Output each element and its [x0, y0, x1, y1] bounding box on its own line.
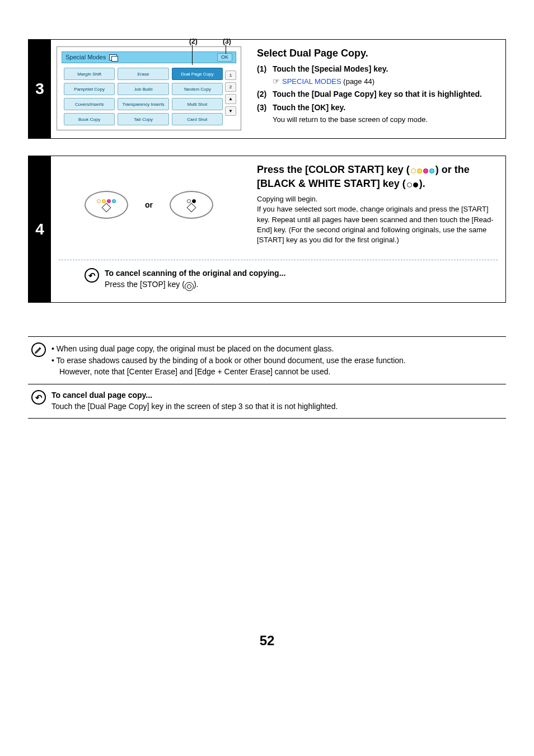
undo-icon: ↶: [31, 390, 46, 405]
info-note: When using dual page copy, the original …: [28, 337, 506, 384]
step-3-title: Select Dual Page Copy.: [257, 46, 495, 60]
scroll-up[interactable]: ▲: [225, 94, 236, 104]
step-3: 3 (2) (3) Special Modes OK Margin Shift …: [28, 39, 506, 139]
notes-box: When using dual page copy, the original …: [28, 336, 506, 419]
btn-multi-shot[interactable]: Multi Shot: [172, 98, 223, 110]
cancel-scanning-title: To cancel scanning of the original and c…: [105, 268, 285, 279]
special-modes-panel: (2) (3) Special Modes OK Margin Shift Er…: [57, 46, 241, 130]
scroll-down[interactable]: ▼: [225, 106, 236, 116]
btn-tab-copy[interactable]: Tab Copy: [118, 113, 168, 125]
btn-erase[interactable]: Erase: [118, 68, 168, 80]
step-number-4: 4: [29, 156, 51, 302]
doc-icon: [109, 54, 117, 60]
diamond-icon: [187, 203, 196, 212]
btn-tandem-copy[interactable]: Tandem Copy: [172, 83, 223, 95]
cancel-dual-body: Touch the [Dual Page Copy] key in the sc…: [51, 401, 338, 412]
panel-header: Special Modes OK: [62, 51, 236, 63]
page-scroll: 1 2 ▲ ▼: [225, 71, 236, 116]
btn-job-build[interactable]: Job Build: [118, 83, 168, 95]
btn-transparency-inserts[interactable]: Transparency Inserts: [118, 98, 168, 110]
step-3-list: (1) Touch the [Special Modes] key. ☞SPEC…: [257, 64, 495, 125]
page-frac-top: 1: [225, 71, 236, 80]
cancel-dual-page-note: ↶ To cancel dual page copy... Touch the …: [28, 384, 506, 417]
stop-key-icon: [185, 282, 194, 291]
step-4-title: Press the [COLOR START] key () or the [B…: [257, 163, 495, 191]
btn-card-shot[interactable]: Card Shot: [172, 113, 223, 125]
color-dots-inline-icon: [411, 168, 434, 173]
callout-3: (3): [223, 37, 231, 46]
bw-dots-inline-icon: [407, 182, 418, 187]
step-3-text: Select Dual Page Copy. (1) Touch the [Sp…: [247, 40, 505, 138]
or-label: or: [145, 200, 153, 211]
panel-title: Special Modes: [65, 53, 106, 62]
pencil-icon: [31, 342, 46, 357]
undo-icon: ↶: [85, 268, 99, 283]
diamond-icon: [102, 203, 111, 212]
ok-button[interactable]: OK: [217, 53, 232, 62]
page-frac-bot: 2: [225, 82, 236, 92]
mode-grid: Margin Shift Erase Dual Page Copy Pamphl…: [62, 68, 236, 125]
cancel-scanning-note: ↶ To cancel scanning of the original and…: [85, 266, 495, 293]
btn-dual-page-copy[interactable]: Dual Page Copy: [172, 68, 223, 80]
btn-pamphlet-copy[interactable]: Pamphlet Copy: [64, 83, 115, 95]
step-3-item-1: (1) Touch the [Special Modes] key. ☞SPEC…: [257, 64, 495, 87]
btn-margin-shift[interactable]: Margin Shift: [64, 68, 115, 80]
cancel-dual-title: To cancel dual page copy...: [51, 390, 338, 401]
color-start-key[interactable]: [85, 191, 128, 219]
bw-start-key[interactable]: [170, 191, 213, 219]
step-3-item-3: (3) Touch the [OK] key. You will return …: [257, 102, 495, 125]
step-3-illustration: (2) (3) Special Modes OK Margin Shift Er…: [51, 40, 247, 138]
step-4-illustration: or: [51, 156, 247, 256]
step-4: 4 or: [28, 156, 506, 303]
page-number: 52: [28, 631, 506, 650]
note-bullet-1: When using dual page copy, the original …: [51, 344, 406, 355]
note-bullet-2: To erase shadows caused by the binding o…: [51, 355, 406, 377]
step-number-3: 3: [29, 40, 51, 138]
step-3-item-2: (2) Touch the [Dual Page Copy] key so th…: [257, 89, 495, 100]
cancel-scanning-body: Press the [STOP] key ().: [105, 279, 285, 291]
callout-2: (2): [189, 37, 198, 46]
btn-covers-inserts[interactable]: Covers/Inserts: [64, 98, 115, 110]
step-4-text: Press the [COLOR START] key () or the [B…: [247, 156, 505, 256]
dashed-divider: [59, 260, 498, 260]
btn-book-copy[interactable]: Book Copy: [64, 113, 115, 125]
special-modes-link[interactable]: SPECIAL MODES: [282, 77, 341, 86]
pointer-icon: ☞: [273, 77, 280, 86]
step-4-body: Copying will begin. If you have selected…: [257, 194, 495, 245]
